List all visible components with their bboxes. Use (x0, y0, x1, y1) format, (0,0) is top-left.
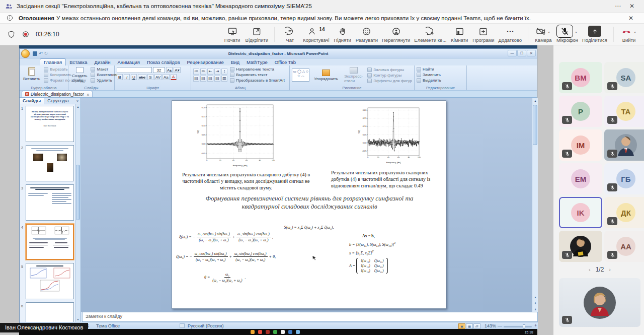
shape-effects-button[interactable]: Эффекты для фигур (367, 79, 412, 83)
react-button[interactable]: Реагувати (354, 25, 380, 43)
rooms-button[interactable]: Кімнати (448, 25, 470, 43)
find-button[interactable]: Найти (417, 67, 464, 72)
participant-tile-em[interactable]: EM (559, 163, 602, 194)
self-view-tile[interactable] (559, 278, 640, 327)
zoom-slider[interactable] (504, 326, 532, 327)
participant-tile-dk[interactable]: ДК (604, 197, 644, 228)
tab-vid[interactable]: Вид (227, 59, 243, 65)
normal-view-button[interactable]: ▣ (458, 323, 465, 329)
announcement-close-button[interactable]: ✕ (624, 15, 638, 22)
shape-fill-button[interactable]: Заливка фигуры (367, 68, 412, 72)
camera-button[interactable]: ⌄ Камера (532, 25, 554, 43)
window-more-button[interactable]: ⋯ (611, 3, 625, 10)
columns-button[interactable]: ▥ (221, 76, 227, 82)
bullets-button[interactable]: ≔ (193, 69, 199, 75)
pagination-prev-chevron[interactable]: ‹ (584, 266, 596, 273)
start-button[interactable]: Почати (221, 25, 244, 43)
align-center-button[interactable]: ▤ (200, 76, 206, 82)
participant-tile-aa[interactable]: AA (604, 231, 644, 262)
mic-dropdown-chevron[interactable]: ⌄ (574, 29, 578, 34)
microphone-button[interactable]: ⌄ Мікрофон (554, 25, 580, 43)
pagination-next-chevron[interactable]: › (604, 266, 616, 273)
participant-tile-photo-man[interactable] (559, 231, 602, 262)
italic-button[interactable]: I (124, 74, 130, 80)
pane-tab-outline[interactable]: Структура (44, 98, 72, 104)
slide-thumbnail-5[interactable] (26, 263, 74, 299)
meeting-controls-button[interactable]: Елементи ке... (412, 25, 448, 43)
align-left-button[interactable]: ▤ (193, 76, 199, 82)
participant-tile-im[interactable]: IM (559, 129, 602, 161)
text-direction-button[interactable]: Направление текста (230, 67, 285, 72)
font-color-button[interactable]: A (171, 74, 177, 80)
strikethrough-button[interactable]: abc (138, 74, 146, 80)
tab-retsenzirovanie[interactable]: Рецензирование (183, 59, 227, 65)
leave-dropdown-chevron[interactable]: ⌄ (633, 29, 637, 34)
camera-dropdown-chevron[interactable]: ⌄ (547, 29, 551, 34)
ppt-minimize-button[interactable]: — (508, 50, 517, 56)
kerning-button[interactable]: AV (154, 74, 162, 80)
taskbar-icon[interactable] (273, 330, 277, 334)
tab-pokaz-slaydov[interactable]: Показ слайдов (143, 59, 183, 65)
shadow-button[interactable]: S (147, 74, 153, 80)
new-slide-button[interactable]: Создать слайд (70, 67, 89, 83)
underline-button[interactable]: U (131, 74, 137, 80)
raise-hand-button[interactable]: Підняти (332, 25, 354, 43)
font-name-combobox[interactable] (117, 67, 152, 73)
participant-tile-sa[interactable]: SA (604, 62, 644, 93)
tab-dizayn[interactable]: Дизайн (91, 59, 114, 65)
more-button[interactable]: ⋯ Додатково (497, 25, 524, 43)
view-button[interactable]: Переглянути (380, 25, 412, 43)
chat-button[interactable]: Чат (279, 25, 301, 43)
slide-thumbnail-1[interactable]: Метод вимірювання тангенса кута діелектр… (26, 106, 74, 142)
participant-tile-video-man[interactable] (604, 129, 644, 161)
align-right-button[interactable]: ▤ (207, 76, 213, 82)
taskbar-icon[interactable] (288, 330, 292, 334)
share-button[interactable]: Поділитися (580, 25, 609, 43)
decrease-indent-button[interactable]: ⇤ (207, 69, 213, 75)
ppt-maximize-button[interactable]: ❐ (517, 50, 526, 56)
document-tab-close[interactable]: x (87, 92, 89, 97)
ppt-close-button[interactable]: ✕ (527, 50, 536, 56)
slide-sorter-button[interactable]: ▦ (466, 323, 473, 329)
tab-vstavka[interactable]: Вставка (66, 59, 91, 65)
slide-thumbnail-6[interactable] (26, 302, 74, 322)
align-text-button[interactable]: Выровнять текст (230, 73, 285, 77)
tab-animatsiya[interactable]: Анимация (114, 59, 143, 65)
participants-button[interactable]: 14 Користувачі (301, 25, 331, 43)
slide-thumbnail-2[interactable] (26, 145, 74, 181)
taskbar-icon[interactable] (258, 330, 262, 334)
tab-glavnaya[interactable]: Главная (40, 58, 66, 65)
pane-close-button[interactable]: x (76, 99, 80, 103)
window-close-button[interactable]: ✕ (625, 3, 639, 10)
change-case-button[interactable]: Aa (163, 74, 170, 80)
participant-tile-bm[interactable]: BM (559, 62, 602, 93)
quick-styles-button[interactable]: Экспресс-стили (343, 67, 364, 83)
shapes-gallery[interactable]: ▭ ◯ △ ⬦ ☆ ⌒ (292, 69, 309, 82)
justify-button[interactable]: ▤ (214, 76, 220, 82)
zoom-in-button[interactable]: + (534, 323, 537, 328)
unpin-button[interactable]: Відкріпити (244, 25, 271, 43)
taskbar-icon[interactable] (251, 330, 255, 334)
participant-tile-p[interactable]: P (559, 96, 602, 127)
zoom-out-button[interactable]: — (498, 323, 502, 328)
numbering-button[interactable]: ≕ (200, 69, 206, 75)
participant-tile-gb[interactable]: ГБ (604, 163, 644, 194)
slide-canvas[interactable]: 0.200.150.100.050.00-0.05020406080100Fre… (172, 100, 446, 309)
taskbar-icon[interactable] (266, 330, 270, 334)
line-spacing-button[interactable]: ↕ (221, 69, 227, 75)
arrange-button[interactable]: Упорядочить (312, 70, 340, 81)
shape-outline-button[interactable]: Контур фигуры (367, 73, 412, 78)
select-button[interactable]: Выделить (417, 78, 464, 83)
slide-thumbnail-3[interactable] (26, 184, 74, 221)
taskbar-icon[interactable] (296, 330, 300, 334)
taskbar-icon[interactable] (281, 330, 285, 334)
grow-font-button[interactable]: A▴ (166, 67, 173, 73)
bold-button[interactable]: B (117, 74, 123, 80)
pane-scrollbar[interactable]: ▲ ▼ (75, 104, 80, 322)
participant-tile-ta[interactable]: TA (604, 96, 644, 127)
shrink-font-button[interactable]: A▾ (174, 67, 180, 73)
font-size-combobox[interactable]: 32 (153, 67, 165, 73)
document-tab[interactable]: P Dielectric_dissipation_factor x (22, 91, 93, 97)
tab-mathtype[interactable]: MathType (243, 59, 271, 65)
leave-button[interactable]: ⌄ Вийти (618, 25, 640, 43)
